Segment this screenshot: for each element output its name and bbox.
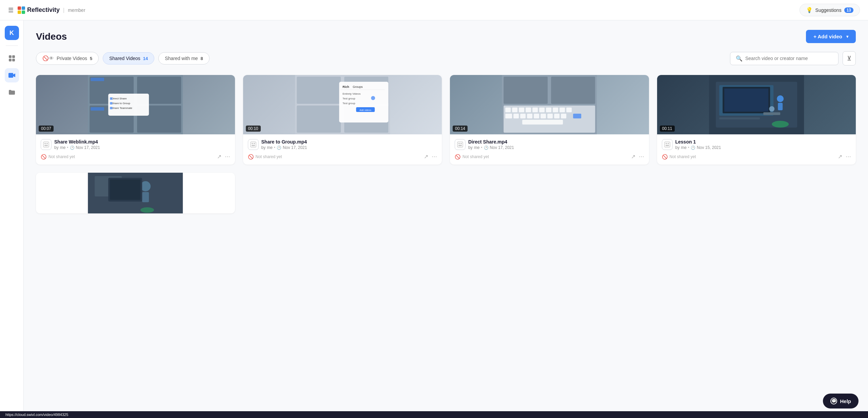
help-button[interactable]: 💬 Help bbox=[823, 394, 859, 408]
not-shared-1: 🚫 Not shared yet bbox=[41, 154, 75, 159]
tab-shared-videos[interactable]: Shared Videos 14 bbox=[103, 52, 154, 64]
share-icon-4[interactable]: ↗ bbox=[838, 153, 842, 160]
video-details-3: Direct Share.mp4 by me • 🕐 Nov 17, 2021 bbox=[468, 139, 644, 150]
svg-rect-18 bbox=[91, 107, 104, 111]
chevron-down-icon: ▾ bbox=[846, 34, 848, 39]
tab-shared-with-me[interactable]: Shared with me 8 bbox=[158, 52, 210, 64]
logo-sq-red bbox=[18, 6, 21, 10]
svg-text:Share to Group: Share to Group bbox=[112, 102, 130, 105]
user-avatar[interactable]: K bbox=[5, 26, 19, 40]
more-icon-3[interactable]: ⋯ bbox=[639, 153, 644, 160]
svg-rect-51 bbox=[539, 108, 545, 112]
clock-icon-4: 🕐 bbox=[691, 146, 695, 150]
video-actions-3: ↗ ⋯ bbox=[631, 153, 644, 160]
video-name-1: Share Weblink.mp4 bbox=[54, 139, 230, 145]
video-grid: Direct Share Share to Group Share Teamma… bbox=[36, 75, 856, 165]
tab-sharedwithme-label: Shared with me bbox=[165, 56, 198, 61]
share-icon-3[interactable]: ↗ bbox=[631, 153, 635, 160]
svg-rect-65 bbox=[573, 114, 581, 118]
tab-shared-badge: 14 bbox=[143, 56, 148, 61]
video-name-3: Direct Share.mp4 bbox=[468, 139, 644, 145]
search-input[interactable] bbox=[745, 56, 833, 61]
share-icon-1[interactable]: ↗ bbox=[217, 153, 221, 160]
video-duration-2: 00:10 bbox=[246, 126, 261, 132]
search-box[interactable]: 🔍 bbox=[730, 52, 839, 65]
svg-rect-82 bbox=[665, 142, 670, 147]
video-card-4[interactable]: 00:11 Lesson 1 by me • bbox=[657, 75, 856, 165]
svg-rect-78 bbox=[763, 112, 780, 115]
svg-rect-43 bbox=[504, 77, 548, 104]
tab-private-videos[interactable]: 🚫👁 Private Videos 5 bbox=[36, 52, 99, 65]
svg-rect-0 bbox=[9, 55, 12, 58]
suggestions-button[interactable]: 💡 Suggestions 13 bbox=[800, 4, 860, 16]
sidebar-item-dashboard[interactable] bbox=[5, 51, 19, 65]
help-circle-icon: 💬 bbox=[830, 398, 837, 404]
topnav-left: ☰ Reflectivity | member bbox=[8, 6, 85, 14]
svg-text:Rich: Rich bbox=[342, 85, 349, 89]
svg-rect-55 bbox=[566, 108, 572, 112]
more-icon-1[interactable]: ⋯ bbox=[225, 153, 230, 160]
video-meta-4: Lesson 1 by me • 🕐 Nov 15, 2021 bbox=[662, 139, 851, 150]
svg-rect-1 bbox=[12, 55, 15, 58]
video-by-3: by me • 🕐 Nov 17, 2021 bbox=[468, 145, 644, 150]
svg-rect-47 bbox=[512, 108, 517, 112]
video-duration-3: 00:14 bbox=[453, 126, 468, 132]
svg-rect-54 bbox=[559, 108, 565, 112]
video-footer-3: 🚫 Not shared yet ↗ ⋯ bbox=[450, 150, 649, 165]
logo-divider: | bbox=[63, 7, 64, 13]
add-video-label: + Add video bbox=[813, 34, 842, 39]
video-info-1: Share Weblink.mp4 by me • 🕐 Nov 17, 2021 bbox=[36, 134, 235, 150]
video-footer-1: 🚫 Not shared yet ↗ ⋯ bbox=[36, 150, 235, 165]
logo-sq-blue bbox=[22, 6, 25, 10]
video-card-5[interactable] bbox=[36, 173, 235, 213]
video-grid-row2 bbox=[36, 173, 856, 213]
svg-rect-50 bbox=[532, 108, 538, 112]
video-thumb-4: 00:11 bbox=[657, 75, 856, 134]
svg-rect-40 bbox=[254, 143, 255, 144]
video-actions-2: ↗ ⋯ bbox=[424, 153, 437, 160]
tab-shared-label: Shared Videos bbox=[109, 56, 140, 61]
svg-rect-83 bbox=[666, 143, 667, 144]
add-video-button[interactable]: + Add video ▾ bbox=[806, 30, 856, 43]
video-meta-3: Direct Share.mp4 by me • 🕐 Nov 17, 2021 bbox=[455, 139, 644, 150]
svg-rect-59 bbox=[527, 114, 532, 118]
clock-icon-3: 🕐 bbox=[484, 146, 489, 150]
eye-slash-icon-3: 🚫 bbox=[455, 154, 460, 159]
more-icon-2[interactable]: ⋯ bbox=[432, 153, 437, 160]
svg-rect-49 bbox=[526, 108, 531, 112]
filter-button[interactable]: ⊻ bbox=[843, 51, 856, 65]
sidebar-divider bbox=[6, 45, 18, 46]
video-info-4: Lesson 1 by me • 🕐 Nov 15, 2021 bbox=[657, 134, 856, 150]
video-card-3[interactable]: 00:14 Direct Share.mp4 by me bbox=[450, 75, 649, 165]
eye-slash-icon-4: 🚫 bbox=[662, 154, 668, 159]
video-info-3: Direct Share.mp4 by me • 🕐 Nov 17, 2021 bbox=[450, 134, 649, 150]
search-icon: 🔍 bbox=[736, 55, 743, 62]
tab-private-badge: 5 bbox=[90, 56, 92, 61]
svg-rect-63 bbox=[554, 114, 559, 118]
video-card-2[interactable]: Rich Groups Entirely Videos Test group T… bbox=[243, 75, 442, 165]
svg-rect-68 bbox=[458, 143, 460, 144]
eye-slash-icon-1: 🚫 bbox=[41, 154, 46, 159]
video-card-1[interactable]: Direct Share Share to Group Share Teamma… bbox=[36, 75, 235, 165]
sidebar: K bbox=[0, 20, 24, 411]
svg-rect-89 bbox=[142, 192, 149, 202]
svg-rect-53 bbox=[553, 108, 558, 112]
menu-icon[interactable]: ☰ bbox=[8, 6, 14, 14]
eye-slash-icon: 🚫👁 bbox=[42, 55, 54, 61]
svg-rect-48 bbox=[519, 108, 524, 112]
bulb-icon: 💡 bbox=[806, 7, 813, 13]
svg-rect-2 bbox=[9, 59, 12, 61]
svg-text:Add videos: Add videos bbox=[359, 109, 371, 111]
video-meta-2: Share to Group.mp4 by me • 🕐 Nov 17, 202… bbox=[248, 139, 437, 150]
video-thumb-2: Rich Groups Entirely Videos Test group T… bbox=[243, 75, 442, 134]
logo-sq-yellow bbox=[18, 11, 21, 14]
app-name: Reflectivity bbox=[27, 6, 60, 14]
video-footer-2: 🚫 Not shared yet ↗ ⋯ bbox=[243, 150, 442, 165]
sidebar-item-videos[interactable] bbox=[5, 68, 19, 82]
more-icon-4[interactable]: ⋯ bbox=[846, 153, 851, 160]
clock-icon-1: 🕐 bbox=[70, 146, 75, 150]
sidebar-item-folder[interactable] bbox=[5, 85, 19, 99]
video-avatar-3 bbox=[455, 139, 466, 150]
share-icon-2[interactable]: ↗ bbox=[424, 153, 428, 160]
svg-rect-20 bbox=[44, 143, 46, 144]
